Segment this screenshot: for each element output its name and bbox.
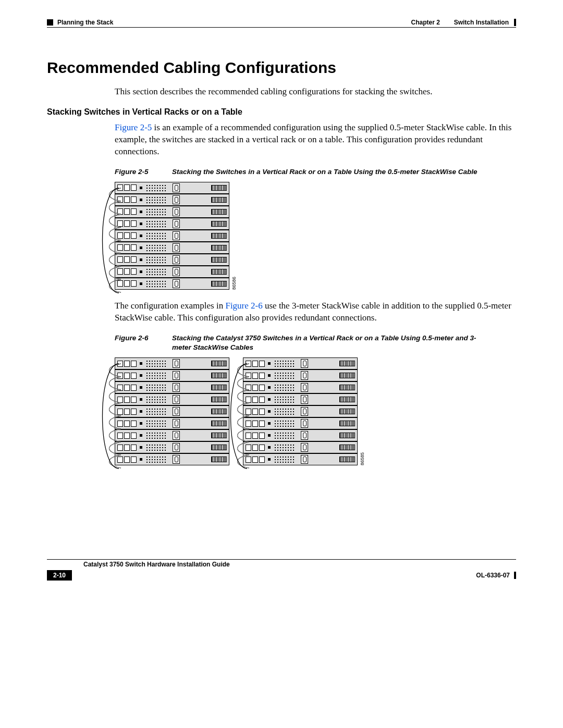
switch-unit	[243, 405, 358, 417]
header-rule	[47, 27, 516, 28]
header-bar-icon	[514, 19, 516, 26]
image-id-label: 86586	[231, 277, 237, 290]
switch-unit	[243, 441, 358, 453]
switch-unit	[115, 369, 229, 381]
page-footer: Catalyst 3750 Switch Hardware Installati…	[0, 559, 563, 596]
switch-unit	[243, 417, 358, 429]
figure-number: Figure 2-6	[115, 334, 172, 352]
image-id-label: 86585	[360, 452, 365, 465]
document-id: OL-6336-07	[476, 572, 510, 579]
switch-unit	[115, 194, 229, 206]
header-left-section: Planning the Stack	[57, 19, 113, 26]
figure-caption-text: Stacking the Catalyst 3750 Switches in a…	[172, 334, 516, 352]
switch-unit	[243, 453, 358, 465]
intro-paragraph: This section describes the recommended c…	[47, 86, 516, 98]
switch-unit	[243, 357, 358, 369]
mid-paragraph: The configuration examples in Figure 2-6…	[47, 300, 516, 324]
footer-rule	[47, 559, 516, 560]
figure-number: Figure 2-5	[115, 167, 172, 177]
switch-unit	[115, 242, 229, 254]
switch-unit	[115, 357, 229, 369]
footer-guide-title: Catalyst 3750 Switch Hardware Installati…	[83, 561, 516, 568]
switch-unit	[243, 369, 358, 381]
running-header: Planning the Stack Chapter 2 Switch Inst…	[47, 19, 516, 26]
figure-26-image: 86585	[47, 357, 516, 465]
switch-unit	[115, 405, 229, 417]
paragraph-text: The configuration examples in	[115, 301, 225, 311]
switch-unit	[115, 417, 229, 429]
figure-caption-26: Figure 2-6 Stacking the Catalyst 3750 Sw…	[47, 334, 516, 352]
header-chapter-label: Chapter 2	[411, 19, 440, 26]
switch-unit	[115, 218, 229, 230]
figure-ref-link[interactable]: Figure 2-6	[225, 301, 262, 311]
switch-unit	[243, 429, 358, 441]
subsection-heading: Stacking Switches in Vertical Racks or o…	[47, 107, 516, 117]
page-number-badge: 2-10	[47, 570, 72, 581]
switch-unit	[115, 381, 229, 393]
switch-unit	[115, 278, 229, 290]
paragraph-text: is an example of a recommended configura…	[115, 122, 511, 156]
switch-unit	[115, 393, 229, 405]
switch-unit	[115, 266, 229, 278]
switch-unit	[243, 393, 358, 405]
switch-unit	[243, 381, 358, 393]
figure-25-image: 86586	[47, 182, 516, 290]
section-title: Recommended Cabling Configurations	[47, 59, 516, 77]
switch-unit	[115, 254, 229, 266]
figure-ref-link[interactable]: Figure 2-5	[115, 122, 152, 132]
switch-unit	[115, 206, 229, 218]
footer-bar-icon	[514, 572, 516, 579]
figure-caption-text: Stacking the Switches in a Vertical Rack…	[172, 167, 516, 177]
switch-unit	[115, 429, 229, 441]
switch-unit	[115, 453, 229, 465]
switch-unit	[115, 441, 229, 453]
switch-unit	[115, 230, 229, 242]
subsection-paragraph: Figure 2-5 is an example of a recommende…	[47, 122, 516, 158]
header-bullet-icon	[47, 19, 53, 26]
header-chapter-title: Switch Installation	[454, 19, 509, 26]
switch-unit	[115, 182, 229, 194]
figure-caption-25: Figure 2-5 Stacking the Switches in a Ve…	[47, 167, 516, 177]
